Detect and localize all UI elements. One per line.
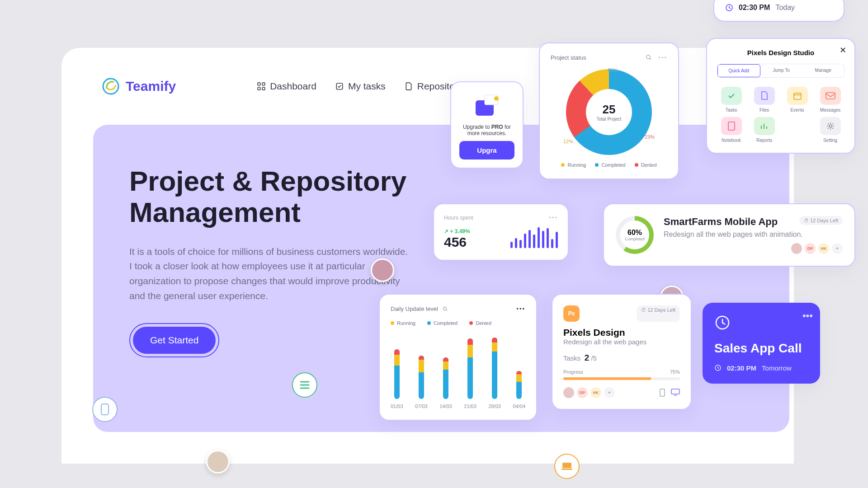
desktop-icon[interactable]	[671, 389, 680, 396]
cta-ring: Get Started	[129, 323, 219, 357]
get-started-button[interactable]: Get Started	[133, 327, 216, 354]
more-icon[interactable]: •••	[549, 214, 558, 221]
hero: Project & Repository Management It is a …	[129, 165, 410, 357]
brand[interactable]: Teamify	[102, 78, 176, 95]
studio-title: Pixels Design Studio	[717, 49, 844, 56]
tab-quick-add[interactable]: Quick Add	[717, 64, 760, 77]
smartfarms-card: 60%Completed SmartFarms Mobile App⏱ 12 D…	[603, 203, 855, 267]
svg-rect-7	[562, 463, 571, 468]
donut-title: Project status	[551, 54, 586, 61]
svg-rect-6	[101, 404, 108, 415]
nav-dashboard-label: Dashboard	[270, 81, 316, 92]
phone-ring-icon	[92, 397, 118, 422]
sf-sub: Redesign all the web pages with animatio…	[664, 230, 843, 239]
tile-reports[interactable]: Reports	[750, 117, 778, 143]
avatar	[563, 387, 574, 398]
svg-point-0	[103, 79, 118, 94]
avatar	[206, 450, 230, 474]
svg-rect-16	[728, 122, 735, 130]
calendar-icon	[793, 91, 802, 100]
file-icon	[760, 91, 769, 100]
add-avatar-button[interactable]: +	[832, 243, 843, 254]
check-icon	[727, 91, 736, 100]
call-title: Sales App Call	[714, 341, 808, 356]
tile-tasks[interactable]: Tasks	[717, 87, 745, 113]
menu-ring-icon	[292, 372, 317, 398]
brand-name: Teamify	[126, 79, 176, 94]
hero-title: Project & Repository Management	[129, 165, 410, 228]
ring-percent: 60%	[627, 229, 642, 237]
more-icon[interactable]: •••	[658, 54, 667, 61]
daily-title: Daily Update level	[391, 305, 438, 312]
sf-avatars: DP HK +	[664, 243, 843, 254]
add-avatar-button[interactable]: +	[604, 387, 615, 398]
svg-rect-2	[262, 83, 265, 85]
tab-jump-to[interactable]: Jump To	[760, 64, 802, 77]
avatar-initials: HK	[590, 387, 601, 398]
nav-mytasks[interactable]: My tasks	[335, 81, 386, 92]
more-icon[interactable]: •••	[516, 305, 525, 312]
avatar	[791, 243, 802, 254]
sf-title: SmartFarms Mobile App	[664, 216, 778, 228]
pixels-project-card: Px⏱ 12 Days Left Pixels Design Redesign …	[552, 294, 692, 410]
svg-point-13	[646, 55, 650, 59]
px-progress-row: Progress75%	[563, 369, 680, 375]
chart-icon	[760, 122, 769, 130]
tile-settings[interactable]: Setting	[816, 117, 844, 143]
ring-label: Completed	[625, 237, 645, 241]
checklist-icon	[335, 82, 344, 90]
phone-icon[interactable]	[658, 389, 666, 397]
top-bar: Teamify Dashboard My tasks Repository	[61, 48, 794, 125]
search-icon[interactable]	[443, 306, 448, 312]
call-schedule: 02:30 PMTomorrow	[714, 364, 808, 372]
hours-sparkline	[510, 227, 558, 248]
hero-body: It is a tools of choice for millions of …	[129, 244, 410, 303]
laptop-icon	[561, 462, 573, 471]
more-icon[interactable]: •••	[802, 310, 813, 322]
svg-rect-4	[262, 87, 265, 90]
gear-icon	[826, 122, 835, 131]
schedule-time: 02:30 PM	[739, 4, 770, 12]
px-title: Pixels Design	[563, 327, 680, 338]
donut-label-right: 23%	[645, 134, 655, 140]
upgrade-text: Upgrade to PRO for more resources.	[459, 124, 514, 136]
svg-rect-3	[258, 87, 260, 90]
search-icon[interactable]	[646, 54, 652, 61]
tab-manage[interactable]: Manage	[802, 64, 844, 77]
upgrade-button[interactable]: Upgra	[459, 141, 514, 160]
laptop-ring-icon	[554, 454, 580, 479]
days-left-pill: ⏱ 12 Days Left	[637, 305, 680, 322]
nav-dashboard[interactable]: Dashboard	[257, 81, 316, 92]
tile-empty	[783, 117, 811, 143]
sales-call-card[interactable]: ••• Sales App Call 02:30 PMTomorrow	[703, 303, 820, 384]
daily-bars: 01/03 07/03 14/03 21/03 28/03 04/04	[391, 332, 525, 409]
schedule-day: Today	[775, 4, 795, 12]
svg-rect-8	[561, 469, 572, 470]
hours-label: Hours spent	[444, 215, 473, 221]
menu-icon	[300, 381, 310, 389]
donut-label-left: 12%	[563, 139, 573, 144]
svg-rect-19	[660, 389, 665, 396]
donut-label-top: 65%	[608, 67, 618, 73]
clock-icon	[714, 364, 722, 371]
svg-rect-15	[826, 93, 835, 99]
nav-mytasks-label: My tasks	[348, 81, 386, 92]
clock-icon	[714, 314, 731, 331]
tile-events[interactable]: Events	[783, 87, 811, 113]
avatar-initials: DP	[805, 243, 816, 254]
clock-icon	[725, 4, 733, 12]
main-nav: Dashboard My tasks Repository	[257, 81, 462, 92]
tile-messages[interactable]: Messages	[816, 87, 844, 113]
project-tag: Px	[563, 305, 580, 322]
close-icon[interactable]: ✕	[840, 45, 846, 55]
upgrade-card: Upgrade to PRO for more resources. Upgra	[450, 81, 524, 169]
donut-center-value: 25	[603, 103, 616, 117]
tile-notebook[interactable]: Notebook	[717, 117, 745, 143]
note-icon	[727, 122, 736, 131]
schedule-mini-card: 02:30 PMToday	[713, 0, 844, 22]
mail-icon	[826, 92, 835, 99]
daily-update-card: Daily Update level••• RunningCompletedDe…	[379, 294, 537, 421]
progress-ring: 60%Completed	[616, 216, 654, 254]
file-icon	[405, 82, 413, 90]
tile-files[interactable]: Files	[750, 87, 778, 113]
